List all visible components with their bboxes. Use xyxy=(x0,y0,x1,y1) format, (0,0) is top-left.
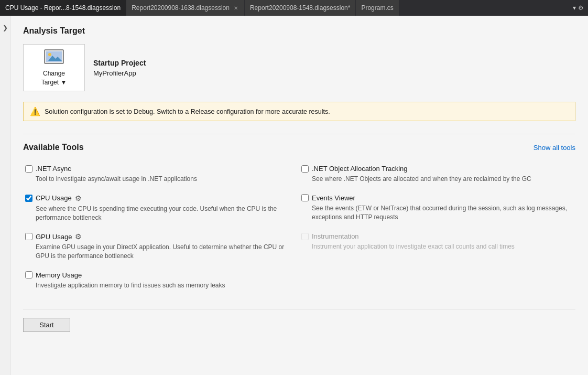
startup-info: Startup Project MyProfilerApp xyxy=(93,59,146,77)
instrumentation-checkbox[interactable] xyxy=(301,233,309,240)
tool-gpu-usage: GPU Usage ⚙ Examine GPU usage in your Di… xyxy=(23,228,299,267)
title-bar: CPU Usage - Repor...8-1548.diagsession R… xyxy=(0,0,588,16)
tab-label: Program.cs xyxy=(361,4,393,12)
net-object-checkbox[interactable] xyxy=(301,165,309,173)
change-target-label: ChangeTarget ▼ xyxy=(41,69,67,87)
tab-program-cs[interactable]: Program.cs xyxy=(356,0,399,16)
svg-point-3 xyxy=(48,53,51,56)
main-layout: ❯ Analysis Target ChangeTarget ▼ xyxy=(0,16,588,375)
tool-instrumentation-header: Instrumentation xyxy=(301,232,571,240)
memory-usage-label: Memory Usage xyxy=(36,271,82,279)
change-target-button[interactable]: ChangeTarget ▼ xyxy=(23,44,85,91)
gpu-usage-gear-icon[interactable]: ⚙ xyxy=(75,232,82,241)
events-viewer-desc: See the events (ETW or NetTrace) that oc… xyxy=(301,204,571,222)
cpu-usage-desc: See where the CPU is spending time execu… xyxy=(25,205,295,222)
net-async-checkbox[interactable] xyxy=(25,165,32,173)
tool-memory-usage-header: Memory Usage xyxy=(25,271,295,279)
tabs-end: ▾ ⚙ xyxy=(569,0,588,16)
bottom-area: Start xyxy=(23,309,575,332)
tool-events-viewer: Events Viewer See the events (ETW or Net… xyxy=(299,190,575,229)
instrumentation-desc: Instrument your application to investiga… xyxy=(301,242,571,251)
tool-net-object: .NET Object Allocation Tracking See wher… xyxy=(299,160,575,190)
tool-cpu-usage: CPU Usage ⚙ See where the CPU is spendin… xyxy=(23,190,299,229)
cpu-usage-label: CPU Usage xyxy=(36,194,72,202)
memory-usage-checkbox[interactable] xyxy=(25,271,32,278)
sidebar-toggle[interactable]: ❯ xyxy=(0,16,10,375)
tool-cpu-usage-header: CPU Usage ⚙ xyxy=(25,194,295,202)
net-async-desc: Tool to investigate async/await usage in… xyxy=(25,175,295,184)
gpu-usage-label: GPU Usage xyxy=(36,233,72,241)
tool-instrumentation: Instrumentation Instrument your applicat… xyxy=(299,228,575,267)
dropdown-icon[interactable]: ▾ xyxy=(573,4,576,12)
section-divider xyxy=(23,134,575,134)
tool-gpu-usage-header: GPU Usage ⚙ xyxy=(25,232,295,241)
startup-project-label: Startup Project xyxy=(93,59,146,67)
tab-label: Report20200908-1548.diagsession* xyxy=(250,4,350,12)
change-target-icon xyxy=(43,48,64,67)
show-all-tools-link[interactable]: Show all tools xyxy=(533,144,575,152)
tab-label: CPU Usage - Repor...8-1548.diagsession xyxy=(5,4,121,12)
tab-diag2[interactable]: Report20200908-1548.diagsession* xyxy=(245,0,356,16)
tab-cpu-usage[interactable]: CPU Usage - Repor...8-1548.diagsession xyxy=(0,0,126,16)
tool-empty-cell xyxy=(299,267,575,296)
tab-diag1[interactable]: Report20200908-1638.diagsession ✕ xyxy=(126,0,245,16)
warning-banner: ⚠️ Solution configuration is set to Debu… xyxy=(23,102,575,121)
close-icon[interactable]: ✕ xyxy=(233,5,239,11)
analysis-target-area: ChangeTarget ▼ Startup Project MyProfile… xyxy=(23,44,575,91)
analysis-target-title: Analysis Target xyxy=(23,26,575,36)
settings-icon[interactable]: ⚙ xyxy=(578,4,584,12)
net-async-label: .NET Async xyxy=(36,165,71,173)
events-viewer-checkbox[interactable] xyxy=(301,194,309,201)
chevron-right-icon: ❯ xyxy=(3,24,8,31)
instrumentation-label: Instrumentation xyxy=(312,232,359,240)
available-tools-title: Available Tools xyxy=(23,143,84,152)
tool-net-async: .NET Async Tool to investigate async/awa… xyxy=(23,160,299,190)
cpu-usage-checkbox[interactable] xyxy=(25,195,32,202)
tool-net-object-header: .NET Object Allocation Tracking xyxy=(301,165,571,173)
gpu-usage-checkbox[interactable] xyxy=(25,233,32,240)
tools-grid: .NET Async Tool to investigate async/awa… xyxy=(23,160,575,296)
warning-icon: ⚠️ xyxy=(30,106,40,116)
net-object-label: .NET Object Allocation Tracking xyxy=(312,165,408,173)
tab-label: Report20200908-1638.diagsession xyxy=(132,4,230,12)
events-viewer-label: Events Viewer xyxy=(312,194,355,202)
startup-project-name: MyProfilerApp xyxy=(93,69,146,77)
tools-header: Available Tools Show all tools xyxy=(23,143,575,152)
gpu-usage-desc: Examine GPU usage in your DirectX applic… xyxy=(25,243,295,261)
tool-events-viewer-header: Events Viewer xyxy=(301,194,571,202)
tool-memory-usage: Memory Usage Investigate application mem… xyxy=(23,267,299,296)
main-content: Analysis Target ChangeTarget ▼ Startup P… xyxy=(10,16,588,375)
tool-net-async-header: .NET Async xyxy=(25,165,295,173)
net-object-desc: See where .NET Objects are allocated and… xyxy=(301,175,571,184)
cpu-usage-gear-icon[interactable]: ⚙ xyxy=(75,194,82,202)
start-button[interactable]: Start xyxy=(23,318,70,332)
memory-usage-desc: Investigate application memory to find i… xyxy=(25,281,295,290)
warning-text: Solution configuration is set to Debug. … xyxy=(45,108,330,115)
